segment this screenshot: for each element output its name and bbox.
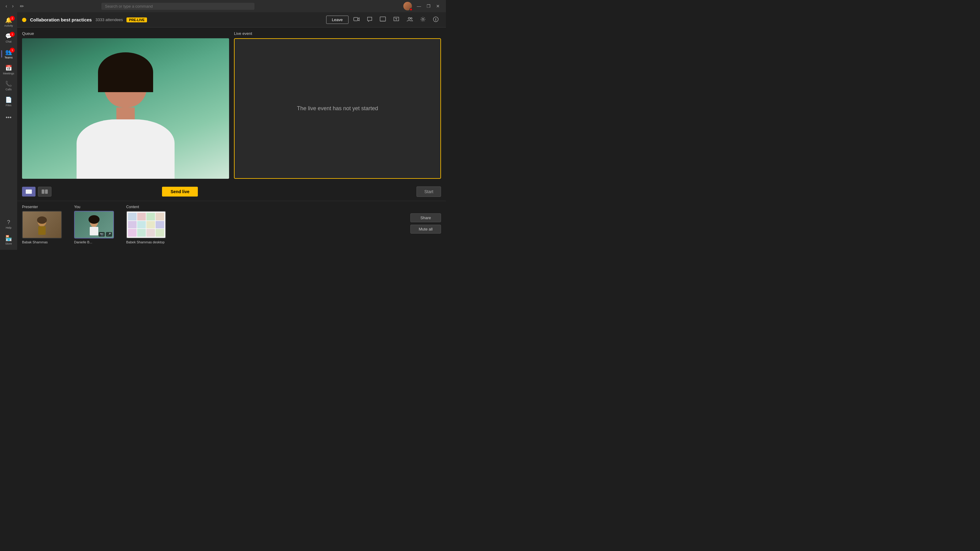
svg-point-5 (411, 17, 412, 19)
svg-rect-16 (90, 227, 98, 235)
sidebar-item-activity[interactable]: 🔔 Activity 2 (1, 15, 16, 29)
content-cell-8 (156, 221, 164, 229)
sidebar-item-more[interactable]: ••• (1, 110, 16, 125)
avatar[interactable] (403, 2, 412, 10)
live-panel-container: The live event has not yet started (234, 38, 441, 179)
mute-all-button[interactable]: Mute all (410, 225, 441, 233)
info-icon-button[interactable] (431, 15, 441, 24)
qna-icon-button[interactable] (391, 15, 402, 24)
sidebar-item-label: Activity (4, 24, 13, 27)
send-live-button[interactable]: Send live (162, 187, 198, 197)
event-header: Collaboration best practices 3333 attend… (17, 12, 446, 27)
content-cell-5 (128, 221, 137, 229)
forward-button[interactable]: › (10, 3, 15, 10)
content-cell-7 (146, 221, 155, 229)
panels-row: Queue (17, 27, 446, 183)
sidebar-item-label: Store (5, 242, 12, 245)
search-input[interactable] (101, 3, 255, 10)
person-silhouette (74, 52, 177, 179)
search-container (101, 3, 255, 10)
face-shoulder (76, 119, 175, 179)
content-thumbnail[interactable] (126, 211, 166, 238)
presenter-video-feed (22, 38, 229, 179)
you-thumbnail[interactable]: 📷 🎤 (74, 211, 114, 238)
leave-button[interactable]: Leave (326, 16, 348, 24)
controls-row: Send live Start (17, 183, 446, 201)
camera-icon-button[interactable] (351, 16, 362, 24)
queue-label: Queue (22, 31, 229, 36)
sidebar-item-meetings[interactable]: 📅 Meetings (1, 62, 16, 77)
svg-rect-8 (26, 189, 32, 194)
content-cell-11 (146, 229, 155, 237)
whiteboard-icon-button[interactable] (377, 15, 388, 24)
content-cell-6 (137, 221, 146, 229)
nav-buttons: ‹ › (4, 3, 16, 10)
sidebar-bottom: ? Help 🏪 Store (1, 217, 16, 250)
view-single-button[interactable] (22, 187, 35, 197)
chat-badge: 1 (10, 32, 15, 37)
you-section: You 📷 🎤 (74, 205, 114, 244)
svg-rect-10 (45, 189, 48, 194)
live-placeholder: The live event has not yet started (297, 105, 378, 112)
window-controls: — ❐ ✕ (414, 3, 442, 9)
you-name: Danielle B... (74, 240, 92, 244)
content-cell-1 (128, 213, 137, 221)
sidebar-item-help[interactable]: ? Help (1, 217, 16, 232)
participants-row: Presenter Babak Shammas (17, 201, 446, 250)
compose-button[interactable]: ✏ (18, 3, 26, 10)
minimize-button[interactable]: — (414, 3, 423, 9)
queue-video (22, 38, 229, 179)
sidebar-item-label: Files (5, 104, 11, 107)
meetings-icon: 📅 (5, 65, 12, 71)
svg-rect-0 (354, 17, 358, 21)
content-video-thumb (127, 211, 165, 238)
sidebar-item-chat[interactable]: 💬 Chat 1 (1, 30, 16, 45)
calls-icon: 📞 (5, 81, 12, 87)
svg-point-6 (422, 18, 424, 20)
svg-rect-13 (38, 226, 46, 235)
start-button[interactable]: Start (417, 186, 441, 197)
content-cell-2 (137, 213, 146, 221)
pre-live-badge: PRE-LIVE (126, 17, 147, 22)
sidebar-item-label: Chat (5, 40, 11, 43)
content-area: Collaboration best practices 3333 attend… (17, 12, 446, 250)
restore-button[interactable]: ❐ (424, 3, 433, 9)
face-hair (98, 52, 153, 92)
presenter-section: Presenter Babak Shammas (22, 205, 62, 244)
view-split-button[interactable] (38, 187, 51, 197)
svg-point-4 (408, 17, 410, 19)
thumb-controls: 📷 🎤 (99, 232, 112, 237)
sidebar-item-calls[interactable]: 📞 Calls (1, 78, 16, 93)
attendees-count: 3333 attendees (95, 17, 123, 22)
content-cell-10 (137, 229, 146, 237)
sidebar-item-teams[interactable]: 👥 Teams 1 (1, 46, 16, 61)
presenter-label: Presenter (22, 205, 38, 209)
content-cell-3 (146, 213, 155, 221)
sidebar-item-files[interactable]: 📄 Files (1, 94, 16, 109)
face-head (104, 62, 147, 108)
back-button[interactable]: ‹ (4, 3, 9, 10)
svg-rect-9 (41, 189, 45, 194)
teams-badge: 1 (10, 48, 15, 52)
sidebar-item-label: Teams (5, 56, 13, 59)
event-header-right: Leave (326, 15, 441, 24)
stage-area: Queue (17, 27, 446, 250)
settings-icon-button[interactable] (418, 15, 428, 24)
event-status-dot (22, 18, 26, 22)
content-cell-12 (156, 229, 164, 237)
content-cell-9 (128, 229, 137, 237)
activity-badge: 2 (10, 16, 15, 21)
content-cell-4 (156, 213, 164, 221)
share-button[interactable]: Share (410, 213, 441, 222)
titlebar-right: — ❐ ✕ (403, 2, 442, 10)
participants-icon-button[interactable] (404, 15, 415, 24)
face-neck (116, 108, 135, 119)
camera-thumb-icon: 📷 (99, 232, 105, 237)
queue-video-container (22, 38, 229, 179)
content-label: Content (126, 205, 139, 209)
chat-icon-button[interactable] (364, 15, 375, 24)
close-button[interactable]: ✕ (434, 3, 442, 9)
sidebar-item-store[interactable]: 🏪 Store (1, 233, 16, 247)
sidebar-item-label: Meetings (3, 72, 14, 75)
presenter-thumbnail[interactable] (22, 211, 62, 238)
